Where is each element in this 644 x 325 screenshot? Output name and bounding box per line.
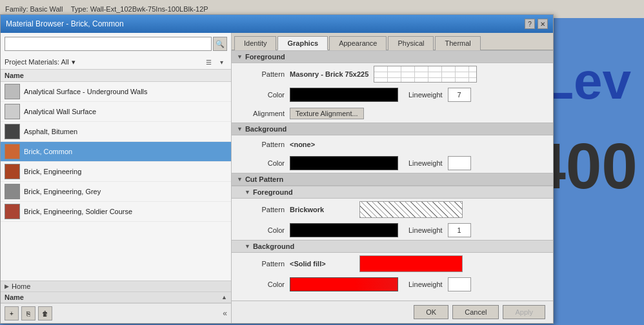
material-name: Asphalt, Bitumen [24,128,77,135]
close-button[interactable]: ✕ [538,19,548,29]
lineweight-label: Lineweight [408,91,443,99]
material-name: Analytical Surface - Underground Walls [24,88,148,95]
type-value: Wall-Ext_102Bwk-75Ins-100LBlk-12P [90,5,208,13]
material-name: Analytical Wall Surface [24,108,96,115]
add-material-btn[interactable]: + [5,306,19,320]
delete-material-btn[interactable]: 🗑 [38,306,52,320]
material-name: Brick, Engineering [24,168,81,175]
cut-bg-label: Background [253,242,294,250]
cut-fg-header: ▼ Foreground [232,186,553,199]
mat-icon [5,184,20,199]
pm-label-text: Project Materials: All [5,58,69,66]
dialog-footer: OK Cancel Apply [232,300,553,323]
surface-foreground-header: ▼ Foreground [232,50,553,63]
sort-arrow[interactable]: ▲ [221,294,227,300]
tab-identity[interactable]: Identity [234,36,276,50]
cut-pattern-label: Cut Pattern [245,175,283,183]
options-btn[interactable]: ▾ [216,56,227,68]
dialog-body: 🔍 Project Materials: All ▾ ☰ ▾ Name [1,33,553,323]
cancel-button[interactable]: Cancel [452,305,499,319]
color-label: Color [239,281,285,288]
right-content: ▼ Foreground Pattern Masonry - Brick 75x… [232,50,553,300]
material-browser-dialog: Material Browser - Brick, Common ? ✕ 🔍 P… [0,14,554,324]
lineweight-label: Lineweight [408,281,443,288]
surface-bg-lineweight-value[interactable] [448,156,471,170]
pattern-label: Pattern [239,141,285,148]
mat-icon [5,144,20,159]
help-button[interactable]: ? [525,19,535,29]
cut-fg-color-swatch[interactable] [290,223,398,237]
cut-pattern-arrow[interactable]: ▼ [237,176,243,182]
cut-pattern-header: ▼ Cut Pattern [232,173,553,186]
pm-filter-icon[interactable]: ▾ [72,58,75,66]
surface-bg-color-swatch[interactable] [290,156,398,170]
texture-alignment-button[interactable]: Texture Alignment... [290,108,364,119]
left-bottom-footer: + ⎘ 🗑 « [1,303,231,323]
cut-bg-lineweight-value[interactable] [448,277,471,291]
surface-foreground-label: Foreground [245,53,285,61]
surface-fg-lineweight-value[interactable]: 7 [448,88,471,102]
tab-graphics[interactable]: Graphics [277,36,328,50]
cut-bg-header: ▼ Background [232,240,553,253]
type-label: Type: [71,5,88,13]
folder-name-col: Name [5,293,24,301]
search-bar: 🔍 [1,33,231,55]
tab-appearance[interactable]: Appearance [329,36,387,50]
color-label: Color [239,226,285,234]
pm-label: Project Materials: All ▾ [5,58,75,66]
list-item[interactable]: Brick, Engineering [1,162,231,182]
cut-fg-pattern-preview[interactable] [359,201,463,218]
surface-bg-color-row: Color Lineweight [232,153,553,173]
surface-fg-color-swatch[interactable] [290,88,398,102]
search-button[interactable]: 🔍 [213,37,227,51]
cut-fg-arrow[interactable]: ▼ [245,189,250,195]
surface-fg-pattern-name[interactable]: Masonry - Brick 75x225 [290,70,368,78]
tab-physical[interactable]: Physical [388,36,434,50]
cut-fg-lineweight-value[interactable]: 1 [448,223,471,237]
list-view-btn[interactable]: ☰ [203,56,214,68]
cut-fg-color-row: Color Lineweight 1 [232,221,553,240]
surface-fg-color-row: Color Lineweight 7 [232,85,553,104]
cut-bg-pattern-name[interactable]: <Solid fill> [290,260,354,268]
mat-icon [5,124,20,139]
cut-bg-arrow[interactable]: ▼ [245,243,250,250]
list-item[interactable]: Analytical Surface - Underground Walls [1,82,231,102]
cut-fg-pattern-row: Pattern Brickwork [232,199,553,221]
mat-icon [5,164,20,179]
materials-list[interactable]: Analytical Surface - Underground Walls A… [1,82,231,281]
list-item-selected[interactable]: Brick, Common [1,142,231,162]
pattern-label: Pattern [239,206,285,213]
list-item[interactable]: Brick, Engineering, Soldier Course [1,202,231,222]
dialog-title: Material Browser - Brick, Common [6,19,124,28]
cut-bg-pattern-row: Pattern <Solid fill> [232,253,553,275]
surface-fg-pattern-preview[interactable] [374,66,477,83]
cut-bg-pattern-preview[interactable] [359,255,463,272]
list-item[interactable]: Brick, Engineering, Grey [1,182,231,202]
surface-fg-alignment-row: Alignment Texture Alignment... [232,104,553,123]
expand-panel-btn[interactable]: « [223,309,227,318]
family-label: Family: [5,5,28,13]
pm-icons: ☰ ▾ [203,56,227,68]
section-collapse-arrow[interactable]: ▼ [237,126,243,132]
alignment-label: Alignment [239,110,285,117]
home-folder-label: Home [12,282,30,290]
list-item[interactable]: Analytical Wall Surface [1,102,231,122]
apply-button[interactable]: Apply [503,305,545,319]
family-value: Basic Wall [30,5,63,13]
cut-bg-color-swatch[interactable] [290,277,398,291]
duplicate-material-btn[interactable]: ⎘ [21,306,35,320]
material-name: Brick, Engineering, Soldier Course [24,208,132,215]
search-input[interactable] [5,37,212,51]
mat-icon [5,104,20,119]
titlebar-buttons: ? ✕ [525,19,548,29]
folder-row: ▶ Home [1,281,231,292]
cut-fg-pattern-name[interactable]: Brickwork [290,206,354,213]
tab-thermal[interactable]: Thermal [435,36,480,50]
ok-button[interactable]: OK [414,305,448,319]
lineweight-label: Lineweight [408,226,443,234]
surface-fg-pattern-row: Pattern Masonry - Brick 75x225 [232,63,553,85]
surface-bg-pattern-name[interactable]: <none> [290,141,354,148]
mat-icon [5,84,20,99]
section-collapse-arrow[interactable]: ▼ [237,54,243,60]
list-item[interactable]: Asphalt, Bitumen [1,122,231,142]
